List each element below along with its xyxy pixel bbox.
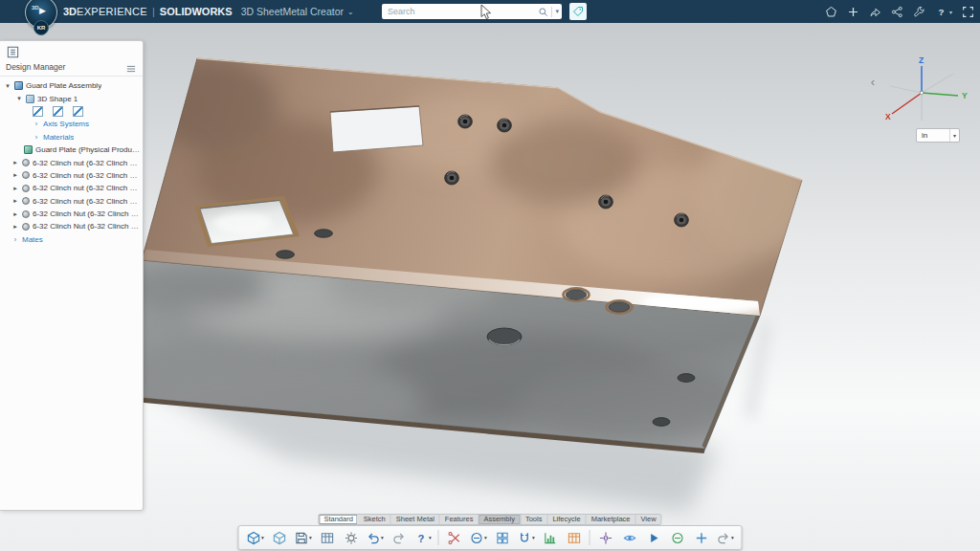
show-hide-button[interactable] xyxy=(618,527,641,548)
tree-item-materials[interactable]: ›Materials xyxy=(0,131,143,143)
design-manager-tab-icon[interactable] xyxy=(6,45,21,60)
tab-sheet-metal[interactable]: Sheet Metal xyxy=(391,515,440,524)
save-icon xyxy=(294,531,308,545)
app-switcher-caret-icon[interactable]: ⌄ xyxy=(347,8,354,16)
pattern-button[interactable] xyxy=(491,527,514,548)
expand-arrow-icon[interactable]: ▸ xyxy=(11,210,19,218)
engineering-connection-button[interactable] xyxy=(666,527,689,548)
expand-arrow-icon[interactable]: ▸ xyxy=(11,223,19,231)
tree-item-reference-planes[interactable] xyxy=(0,105,143,118)
expand-arrow-icon[interactable]: ▾ xyxy=(15,95,23,102)
tools-icon[interactable] xyxy=(913,6,925,18)
update-button[interactable]: ▾ xyxy=(714,527,737,548)
tab-lifecycle[interactable]: Lifecycle xyxy=(547,515,586,524)
ribbon-tabs: StandardSketchSheet MetalFeaturesAssembl… xyxy=(318,514,661,525)
create-product-button[interactable] xyxy=(268,527,291,548)
nut-icon xyxy=(22,159,30,166)
insert-component-icon xyxy=(246,531,260,545)
tab-assembly[interactable]: Assembly xyxy=(479,515,521,524)
design-manager-panel: Design Manager ▾Guard Plate Assembly▾3D … xyxy=(0,40,144,511)
collapse-triad-button[interactable]: ‹ xyxy=(867,75,879,90)
panel-menu-icon[interactable] xyxy=(125,61,137,73)
collaboration-icon[interactable] xyxy=(891,6,903,18)
expand-arrow-icon[interactable]: ▸ xyxy=(11,159,19,166)
share-icon[interactable] xyxy=(869,6,881,18)
tab-features[interactable]: Features xyxy=(440,515,479,524)
search-bar[interactable]: ▾ xyxy=(382,4,562,19)
tree-item-clinch-nut-1[interactable]: ▸6-32 Clinch nut (6-32 Clinch nut.1) xyxy=(0,156,143,168)
tree-item-guard-plate[interactable]: Guard Plate (Physical Product...) xyxy=(0,143,143,156)
tree-item-guard-plate-assembly[interactable]: ▾Guard Plate Assembly xyxy=(0,79,143,92)
search-divider xyxy=(551,7,552,17)
create-product-icon xyxy=(272,531,286,545)
tree-item-clinch-nut-3[interactable]: ▸6-32 Clinch nut (6-32 Clinch nut.3) xyxy=(0,182,143,194)
tree-item-mates[interactable]: ›Mates xyxy=(0,233,143,246)
help-icon[interactable]: ▾ xyxy=(935,6,952,18)
panel-header: Design Manager xyxy=(0,60,143,77)
notifications-icon[interactable] xyxy=(825,6,837,18)
engineering-connection-icon xyxy=(670,531,684,545)
3d-viewport[interactable] xyxy=(0,23,980,551)
design-tree: ▾Guard Plate Assembly▾3D Shape 1›Axis Sy… xyxy=(0,77,143,246)
expand-arrow-icon[interactable]: › xyxy=(33,121,40,127)
plane-zx-icon[interactable] xyxy=(73,106,83,117)
tree-item-label: 3D Shape 1 xyxy=(37,95,78,103)
tag-icon xyxy=(572,6,584,17)
tab-marketplace[interactable]: Marketplace xyxy=(587,515,636,524)
fullscreen-icon[interactable] xyxy=(962,6,974,18)
plane-xy-icon[interactable] xyxy=(33,106,43,117)
top-app-bar: 3DEXPERIENCE | SOLIDWORKS 3D SheetMetal … xyxy=(0,0,980,23)
tree-item-clinch-nut-5[interactable]: ▸6-32 Clinch Nut (6-32 Clinch Nut.1) xyxy=(0,208,143,220)
units-dropdown[interactable]: in ▾ xyxy=(916,128,960,143)
section-view-button[interactable] xyxy=(563,527,586,548)
tree-item-axis-systems[interactable]: ›Axis Systems xyxy=(0,118,143,130)
tree-item-3d-shape-1[interactable]: ▾3D Shape 1 xyxy=(0,92,143,104)
insert-component-button[interactable]: ▾ xyxy=(244,527,267,548)
nut-icon xyxy=(22,210,30,218)
simulate-button[interactable] xyxy=(642,527,665,548)
search-input[interactable] xyxy=(388,7,538,16)
tab-sketch[interactable]: Sketch xyxy=(359,515,391,524)
expand-arrow-icon[interactable]: ▸ xyxy=(11,171,19,179)
mate-button[interactable]: ▾ xyxy=(515,527,538,548)
save-button[interactable]: ▾ xyxy=(292,527,315,548)
expand-arrow-icon[interactable]: ▸ xyxy=(11,197,19,205)
tab-standard[interactable]: Standard xyxy=(319,515,358,524)
search-scope-caret-icon[interactable]: ▾ xyxy=(555,8,559,15)
measure-icon xyxy=(543,531,557,545)
expand-arrow-icon[interactable]: › xyxy=(11,236,19,243)
help-button[interactable]: ▾ xyxy=(412,527,434,548)
pattern-icon xyxy=(495,531,509,545)
redo-button[interactable] xyxy=(388,527,411,548)
undo-button[interactable]: ▾ xyxy=(364,527,387,548)
redo-icon xyxy=(391,531,406,545)
orientation-triad[interactable]: X Y Z xyxy=(866,54,973,128)
trim-button[interactable] xyxy=(443,527,466,548)
add-content-icon[interactable] xyxy=(847,6,859,18)
y-axis-label: Y xyxy=(962,91,968,100)
bill-of-materials-icon xyxy=(320,531,334,545)
smart-fastener-button[interactable]: ▾ xyxy=(467,527,490,548)
expand-arrow-icon[interactable]: ▾ xyxy=(4,82,11,90)
tag-button[interactable] xyxy=(569,3,587,20)
insert-existing-button[interactable] xyxy=(690,527,713,548)
measure-button[interactable] xyxy=(539,527,562,548)
expand-arrow-icon[interactable]: › xyxy=(33,134,40,141)
plane-yz-icon[interactable] xyxy=(53,106,63,117)
tree-item-label: Guard Plate (Physical Product...) xyxy=(35,145,141,154)
options-button[interactable] xyxy=(340,527,363,548)
tree-item-clinch-nut-6[interactable]: ▸6-32 Clinch Nut (6-32 Clinch Nut.2) xyxy=(0,220,143,232)
tree-item-clinch-nut-2[interactable]: ▸6-32 Clinch nut (6-32 Clinch nut.2) xyxy=(0,169,143,182)
bill-of-materials-button[interactable] xyxy=(316,527,339,548)
x-axis[interactable] xyxy=(892,93,922,114)
search-icon[interactable] xyxy=(538,7,548,17)
user-avatar[interactable]: KR xyxy=(33,20,49,35)
exploded-view-button[interactable] xyxy=(594,527,617,548)
mate-icon xyxy=(517,531,531,545)
tab-view[interactable]: View xyxy=(635,515,660,524)
tab-tools[interactable]: Tools xyxy=(521,515,548,524)
expand-arrow-icon[interactable]: ▸ xyxy=(11,185,19,192)
options-icon xyxy=(344,531,358,545)
tree-item-clinch-nut-4[interactable]: ▸6-32 Clinch nut (6-32 Clinch nut.4) xyxy=(0,195,143,208)
y-axis[interactable] xyxy=(922,93,958,96)
